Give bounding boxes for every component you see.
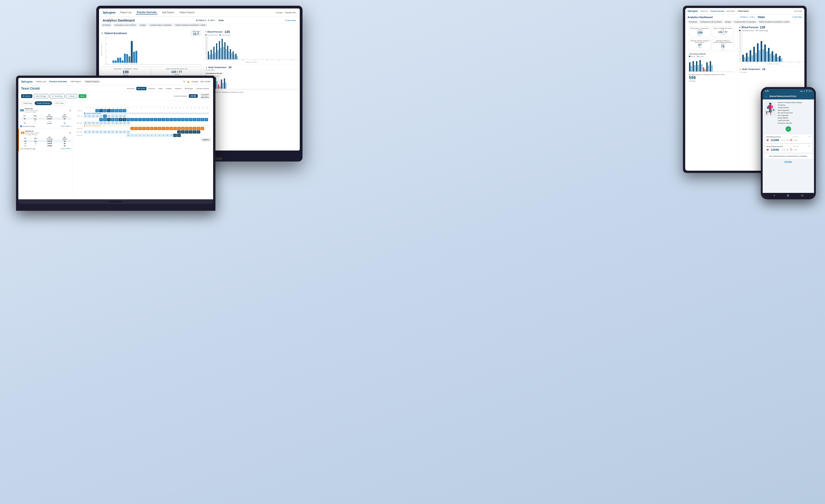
bar-2b: 2 xyxy=(115,61,117,64)
bar-7: 7 xyxy=(129,56,130,64)
tablet-pill-5[interactable]: Patient Considered Controlled At < 140/9… xyxy=(758,21,791,23)
show-details-01[interactable]: Show details ▾ xyxy=(61,148,71,150)
tablet-pill-3[interactable]: All Ages xyxy=(724,21,732,23)
toggle-24hr[interactable]: 24 hr View xyxy=(53,101,66,105)
done-button[interactable]: DONE xyxy=(764,159,812,165)
tablet-nav-add[interactable]: Add Patient xyxy=(727,10,735,12)
bp-chart: 180175170165160 155150145140135 13012512… xyxy=(205,37,298,60)
toggle-single-readings[interactable]: Single Readings xyxy=(34,101,52,105)
phone-signal-icon: ●●● xyxy=(800,90,803,92)
series-02-table: No. Type BP(mmHg) HR(bpm) 03 Avg 144/99 xyxy=(20,114,71,124)
app-nav-practice-overview[interactable]: Practice Overview xyxy=(49,80,67,83)
app-main: 02 Series 02 From: Jun 09 2021 To: Jun 1… xyxy=(18,106,213,198)
nav-user[interactable]: John Smith xyxy=(200,80,210,83)
tab-summary[interactable]: Summary xyxy=(125,87,136,90)
monitor-nav-patient-search[interactable]: Patient Search xyxy=(178,11,196,14)
patient-header: Tessi Cicioti Summary BP & HR Glucose Vi… xyxy=(18,85,213,92)
series-02-delete[interactable]: 🗑 xyxy=(69,109,71,111)
bar-11: 11 xyxy=(124,54,126,64)
summary-button[interactable]: 📋 Summary xyxy=(50,94,65,98)
phone-back-btn[interactable]: ◀ xyxy=(773,194,775,196)
instr-5: -BP cuff at heart level xyxy=(777,111,812,114)
col-hr: HR(bpm) xyxy=(58,114,71,118)
tablet-filters[interactable]: ⊟ Filters ▾ ⊙ All ▾ xyxy=(740,16,755,18)
tablet-pill-2[interactable]: Onboarded In Last 12 Months xyxy=(699,21,723,23)
monitor-nav-add-patient[interactable]: Add Patient xyxy=(161,11,175,14)
app-nav-add-patient[interactable]: Add Patient xyxy=(70,80,81,83)
tablet-nav-practice[interactable]: Practice Overview xyxy=(710,10,724,12)
edit-vitals-btn[interactable]: ✎ Edit Vitals xyxy=(285,19,296,21)
report-button[interactable]: + Report xyxy=(66,94,77,98)
second-meas-heart-icon: ♥ xyxy=(787,149,788,151)
filter-pills: All Patients Onboarded In Last 12 Months… xyxy=(99,23,300,27)
second-meas-label: Second Measurement xyxy=(766,146,783,147)
tablet-em-chart xyxy=(689,58,734,72)
nav-bell-icon[interactable]: 🔔 xyxy=(187,80,190,83)
enroll-month-title: r Enrollment Month xyxy=(205,72,298,74)
phone-home-btn[interactable]: ⬤ xyxy=(787,194,789,196)
tablet-left: Total (Active + Graduated + Other) 199 P… xyxy=(685,24,738,171)
analytics-filters[interactable]: ⊟ Filters ▾ ⊙ All ▾ xyxy=(196,19,215,21)
tablet-temp-icon: 🌡 xyxy=(739,68,741,71)
toggle-swipe-avg[interactable]: Swipe Avg xyxy=(21,101,34,105)
monitor-nav-groups[interactable]: Groups xyxy=(276,11,283,14)
tab-graphs[interactable]: Graphs xyxy=(164,87,173,90)
filter-compare[interactable]: Compare Active vs Graduated xyxy=(148,24,173,26)
filter-onboarded[interactable]: Onboarded In Last 12 Months xyxy=(113,24,138,26)
tab-session-history[interactable]: Session History xyxy=(195,87,210,90)
filter-ages[interactable]: All Ages xyxy=(138,24,147,26)
series-02-row-2: — ↺ —/— — xyxy=(20,120,71,122)
tablet-temp-section: 🌡 Body Temperature 14 ⊙ Last Meas... xyxy=(739,67,803,73)
series-01-delete[interactable]: 🗑 xyxy=(69,132,71,134)
phone-recents-btn[interactable]: ▮▮ xyxy=(801,194,804,196)
tab-glucose[interactable]: Glucose xyxy=(147,87,156,90)
tablet-edit-vitals[interactable]: ✎ Edit Vitals xyxy=(793,16,802,18)
tab-vitals[interactable]: Vitals xyxy=(157,87,164,90)
med-change-button[interactable]: Med Change xyxy=(34,94,48,98)
tablet-nav-john-smith[interactable]: John Smith xyxy=(794,10,802,12)
tablet-vitals-title: Vitals xyxy=(758,16,765,19)
first-meas-edit[interactable]: ✎ xyxy=(809,136,810,138)
series-02-exclude: Exclude first day Show details ▾ xyxy=(20,125,71,127)
exclude-first-checkbox-01[interactable] xyxy=(21,148,23,150)
series-02-to: To: Jun 17 2021 xyxy=(25,111,38,113)
app-nav-patient-search[interactable]: Patient Search xyxy=(84,80,100,83)
tablet-pill-4[interactable]: Compare Active vs Graduated xyxy=(733,21,757,23)
first-meas-bpm-unit: BPM xyxy=(794,140,797,141)
filter-controlled[interactable]: Patient Considered Controlled At < 140/9… xyxy=(174,24,207,26)
svg-rect-4 xyxy=(769,109,770,112)
exclude-first-checkbox-02[interactable] xyxy=(20,125,22,127)
monitor-nav-user[interactable]: Sample Doc xyxy=(285,11,296,14)
monitor-nav-patient-list[interactable]: Patient List xyxy=(119,11,132,14)
tablet-pill-1[interactable]: All Patients xyxy=(687,21,698,23)
svg-point-11 xyxy=(773,109,774,110)
phone-back-button[interactable]: ← xyxy=(765,95,768,98)
cumulative-value: 08 h 47 m xyxy=(201,97,209,98)
calendar-legend[interactable]: Legend ▸ xyxy=(74,137,212,142)
app-nav-patient-list[interactable]: Patient List xyxy=(36,80,46,83)
check-icon: ✓ xyxy=(785,126,791,132)
tab-bp-hr[interactable]: BP & HR xyxy=(136,87,146,90)
series-button[interactable]: ⊞ Series xyxy=(21,94,32,98)
tab-reports[interactable]: Reports xyxy=(174,87,183,90)
nav-groups[interactable]: Groups xyxy=(192,80,198,83)
tablet-nav-patient-list[interactable]: Patient List xyxy=(700,10,708,12)
filter-all-patients[interactable]: All Patients xyxy=(101,24,112,26)
save-button[interactable]: Save xyxy=(79,94,86,98)
phone-nav-title: Manual Measurement Entry xyxy=(769,95,796,97)
instr-8: -Legs uncrossed xyxy=(777,119,812,121)
body-temp-value: 14 xyxy=(228,66,231,69)
tab-messages[interactable]: Messages xyxy=(183,87,194,90)
show-details-02[interactable]: Show details ▾ xyxy=(61,125,71,127)
app-logo: Sphygmo xyxy=(21,80,32,83)
svg-rect-3 xyxy=(772,105,773,108)
bar-6b: 6 xyxy=(120,58,121,64)
tablet-nav-search[interactable]: Patient Search xyxy=(737,10,750,12)
monitor-nav-practice-overview[interactable]: Practice Overview xyxy=(136,10,157,14)
series-icon: ⊞ xyxy=(23,95,24,97)
nav-inbox-icon[interactable]: ✉ xyxy=(183,80,185,83)
complete-message: Your blood pressure measurement is compl… xyxy=(764,154,812,159)
phone-battery-icon: 🔋 xyxy=(806,90,808,92)
instr-4: -Back supported xyxy=(777,109,812,111)
second-meas-edit[interactable]: ✎ xyxy=(809,146,810,148)
